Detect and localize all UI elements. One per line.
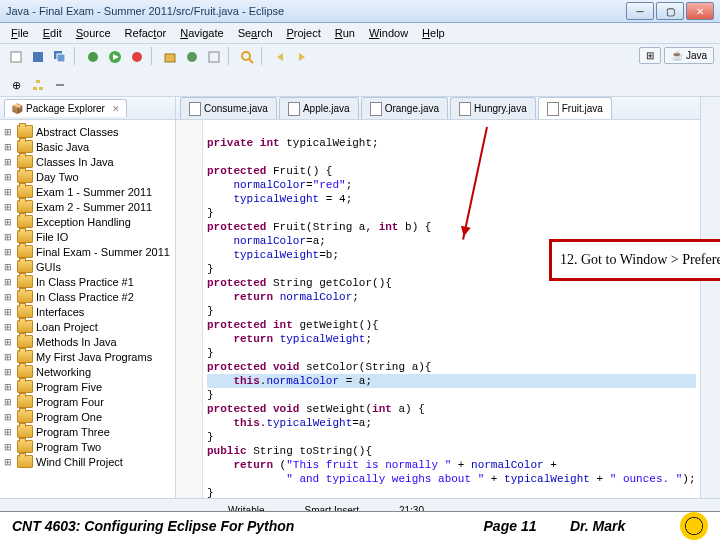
tree-item-label: Methods In Java: [36, 336, 117, 348]
expand-icon[interactable]: ⊞: [4, 247, 14, 257]
tree-item-label: Networking: [36, 366, 91, 378]
menu-help[interactable]: Help: [415, 24, 452, 42]
expand-icon[interactable]: ⊞: [4, 442, 14, 452]
editor-tab[interactable]: Fruit.java: [538, 97, 612, 119]
editor-tab[interactable]: Hungry.java: [450, 97, 536, 119]
maximize-button[interactable]: ▢: [656, 2, 684, 20]
expand-icon[interactable]: ⊞: [4, 262, 14, 272]
tree-item[interactable]: ⊞Program Five: [2, 379, 173, 394]
expand-icon[interactable]: ⊞: [4, 322, 14, 332]
svg-marker-13: [277, 53, 283, 61]
expand-icon[interactable]: ⊞: [4, 172, 14, 182]
folder-icon: [17, 350, 33, 363]
debug-icon[interactable]: [83, 47, 103, 67]
new-class-icon[interactable]: [182, 47, 202, 67]
tree-item[interactable]: ⊞Exam 1 - Summer 2011: [2, 184, 173, 199]
tree-item-label: In Class Practice #2: [36, 291, 134, 303]
run-icon[interactable]: [105, 47, 125, 67]
tree-item[interactable]: ⊞Interfaces: [2, 304, 173, 319]
expand-icon[interactable]: ⊞: [4, 142, 14, 152]
nav-back-icon[interactable]: [270, 47, 290, 67]
expand-icon[interactable]: ⊞: [4, 367, 14, 377]
new-package-icon[interactable]: [160, 47, 180, 67]
tree-item[interactable]: ⊞Program One: [2, 409, 173, 424]
hierarchy-icon[interactable]: [28, 75, 48, 95]
tree-item[interactable]: ⊞Wind Chill Project: [2, 454, 173, 469]
tree-item[interactable]: ⊞Program Two: [2, 439, 173, 454]
tree-item-label: Final Exam - Summer 2011: [36, 246, 170, 258]
menu-window[interactable]: Window: [362, 24, 415, 42]
expand-icon[interactable]: ⊞: [4, 187, 14, 197]
tree-item[interactable]: ⊞Program Four: [2, 394, 173, 409]
window-title: Java - Final Exam - Summer 2011/src/Frui…: [6, 5, 626, 17]
expand-icon[interactable]: ⊞: [4, 412, 14, 422]
code-lines[interactable]: private int private int typicalWeight;ty…: [203, 120, 700, 498]
tree-item[interactable]: ⊞Exam 2 - Summer 2011: [2, 199, 173, 214]
tree-item[interactable]: ⊞My First Java Programs: [2, 349, 173, 364]
editor-tab[interactable]: Orange.java: [361, 97, 448, 119]
code-editor[interactable]: private int private int typicalWeight;ty…: [176, 120, 700, 498]
editor-tab[interactable]: Apple.java: [279, 97, 359, 119]
expand-icon[interactable]: ⊞: [4, 427, 14, 437]
open-type-icon[interactable]: [204, 47, 224, 67]
nav-fwd-icon[interactable]: [292, 47, 312, 67]
expand-icon[interactable]: ⊞: [4, 292, 14, 302]
menu-refactor[interactable]: Refactor: [118, 24, 174, 42]
tree-item[interactable]: ⊞Abstract Classes: [2, 124, 173, 139]
tree-item-label: In Class Practice #1: [36, 276, 134, 288]
save-icon[interactable]: [28, 47, 48, 67]
outline-strip[interactable]: [700, 97, 720, 498]
package-explorer-tab[interactable]: 📦 Package Explorer ✕: [4, 99, 127, 117]
expand-icon[interactable]: ⊞: [4, 352, 14, 362]
expand-icon[interactable]: ⊞: [4, 457, 14, 467]
expand-icon[interactable]: ⊞: [4, 127, 14, 137]
gutter: [176, 120, 203, 498]
tree-item[interactable]: ⊞Program Three: [2, 424, 173, 439]
search-icon[interactable]: [237, 47, 257, 67]
tree-item[interactable]: ⊞Methods In Java: [2, 334, 173, 349]
tree-item[interactable]: ⊞Day Two: [2, 169, 173, 184]
svg-rect-1: [33, 52, 43, 62]
open-perspective-button[interactable]: ⊞: [639, 47, 661, 64]
expand-icon[interactable]: ⊞: [4, 232, 14, 242]
expand-icon[interactable]: ⊞: [4, 382, 14, 392]
menu-edit[interactable]: Edit: [36, 24, 69, 42]
save-all-icon[interactable]: [50, 47, 70, 67]
tree-item[interactable]: ⊞GUIs: [2, 259, 173, 274]
tree-item[interactable]: ⊞Classes In Java: [2, 154, 173, 169]
new-icon[interactable]: [6, 47, 26, 67]
java-perspective-button[interactable]: ☕ Java: [664, 47, 714, 64]
menu-search[interactable]: Search: [231, 24, 280, 42]
expand-icon[interactable]: ⊞: [4, 307, 14, 317]
tree-item[interactable]: ⊞In Class Practice #2: [2, 289, 173, 304]
svg-rect-0: [11, 52, 21, 62]
tab-label: Apple.java: [303, 103, 350, 114]
menu-file[interactable]: File: [4, 24, 36, 42]
tree-item[interactable]: ⊞Final Exam - Summer 2011: [2, 244, 173, 259]
expand-icon[interactable]: ⊞: [4, 157, 14, 167]
menu-project[interactable]: Project: [280, 24, 328, 42]
tree-item[interactable]: ⊞In Class Practice #1: [2, 274, 173, 289]
tree-item[interactable]: ⊞Loan Project: [2, 319, 173, 334]
expand-icon[interactable]: ⊞: [4, 217, 14, 227]
close-icon[interactable]: ✕: [112, 104, 120, 114]
tree-item[interactable]: ⊞File IO: [2, 229, 173, 244]
expand-icon[interactable]: ⊕: [6, 75, 26, 95]
editor-tab[interactable]: Consume.java: [180, 97, 277, 119]
close-button[interactable]: ✕: [686, 2, 714, 20]
tree-item[interactable]: ⊞Networking: [2, 364, 173, 379]
tree-item[interactable]: ⊞Exception Handling: [2, 214, 173, 229]
menu-run[interactable]: Run: [328, 24, 362, 42]
run-ext-icon[interactable]: [127, 47, 147, 67]
link-icon[interactable]: [50, 75, 70, 95]
folder-icon: [17, 290, 33, 303]
expand-icon[interactable]: ⊞: [4, 397, 14, 407]
expand-icon[interactable]: ⊞: [4, 277, 14, 287]
expand-icon[interactable]: ⊞: [4, 202, 14, 212]
expand-icon[interactable]: ⊞: [4, 337, 14, 347]
minimize-button[interactable]: ─: [626, 2, 654, 20]
menu-navigate[interactable]: Navigate: [173, 24, 230, 42]
menu-source[interactable]: Source: [69, 24, 118, 42]
tree-item[interactable]: ⊞Basic Java: [2, 139, 173, 154]
project-tree[interactable]: ⊞Abstract Classes⊞Basic Java⊞Classes In …: [0, 120, 175, 498]
